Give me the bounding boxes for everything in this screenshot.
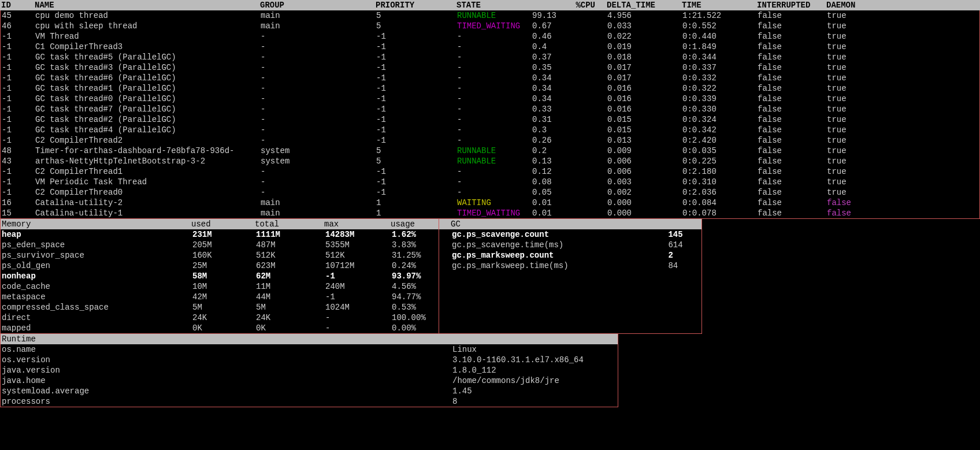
runtime-row: processors8 xyxy=(1,396,618,407)
memory-row: code_cache10M11M240M4.56% xyxy=(1,281,439,292)
cell-id: 15 xyxy=(1,208,35,218)
memory-row: metaspace42M44M-194.77% xyxy=(1,292,439,302)
cell-group: - xyxy=(261,42,376,52)
memory-used: 10M xyxy=(192,281,256,292)
cell-group: - xyxy=(261,187,376,198)
cell-id: -1 xyxy=(1,31,35,42)
cell-time: 0:0.322 xyxy=(682,83,758,94)
cell-time: 0:0.337 xyxy=(682,62,758,73)
cell-group: - xyxy=(261,166,376,177)
memory-usage: 0.00% xyxy=(392,323,438,333)
cell-daemon: true xyxy=(827,156,885,166)
gc-panel: GC gc.ps_scavenge.count145gc.ps_scavenge… xyxy=(439,219,702,334)
cell-name: Timer-for-arthas-dashboard-7e8bfa78-936d… xyxy=(35,146,261,156)
cell-name: GC task thread#4 (ParallelGC) xyxy=(35,125,261,135)
cell-cpu: 0.26 xyxy=(532,135,607,146)
cell-id: -1 xyxy=(1,135,35,146)
thread-row: 45cpu demo threadmain5RUNNABLE99.134.956… xyxy=(1,10,979,21)
memory-usage: 4.56% xyxy=(392,281,438,292)
memory-row: mapped0K0K-0.00% xyxy=(1,323,439,333)
memory-gc-area: Memory used total max usage heap231M1111… xyxy=(0,219,980,334)
cell-name: GC task thread#3 (ParallelGC) xyxy=(35,62,261,73)
cell-priority: 5 xyxy=(376,21,457,31)
memory-max: 14283M xyxy=(325,229,392,240)
cell-group: - xyxy=(261,62,376,73)
header-group: GROUP xyxy=(260,0,376,10)
memory-max: 5355M xyxy=(325,240,392,250)
cell-state: - xyxy=(457,83,532,94)
cell-state: WAITING xyxy=(457,198,532,208)
cell-name: C2 CompilerThread0 xyxy=(35,187,261,198)
runtime-value: 1.8.0_112 xyxy=(452,365,618,375)
cell-name: GC task thread#2 (ParallelGC) xyxy=(35,114,261,125)
cell-daemon: true xyxy=(827,166,885,177)
cell-interrupted: false xyxy=(758,187,827,198)
cell-delta: 0.019 xyxy=(607,42,682,52)
memory-used: 25M xyxy=(192,261,256,271)
runtime-value: 8 xyxy=(452,396,618,407)
cell-time: 0:0.332 xyxy=(682,73,758,83)
cell-interrupted: false xyxy=(758,62,827,73)
memory-total: 1111M xyxy=(256,229,325,240)
cell-group: main xyxy=(261,198,376,208)
cell-group: main xyxy=(261,10,376,21)
runtime-title: Runtime xyxy=(2,334,36,344)
cell-id: 48 xyxy=(1,146,35,156)
cell-daemon: true xyxy=(827,31,885,42)
cell-name: cpu with sleep thread xyxy=(35,21,261,31)
cell-time: 0:0.344 xyxy=(682,52,758,62)
cell-group: - xyxy=(261,177,376,187)
header-name: NAME xyxy=(35,0,260,10)
cell-state: - xyxy=(457,104,532,114)
cell-daemon: true xyxy=(827,21,885,31)
cell-state: RUNNABLE xyxy=(457,156,532,166)
cell-group: system xyxy=(261,146,376,156)
memory-total: 0K xyxy=(256,323,325,333)
cell-time: 0:0.225 xyxy=(682,156,758,166)
cell-priority: -1 xyxy=(376,166,457,177)
cell-name: cpu demo thread xyxy=(35,10,261,21)
cell-id: -1 xyxy=(1,52,35,62)
cell-state: - xyxy=(457,42,532,52)
cell-name: C2 CompilerThread2 xyxy=(35,135,261,146)
cell-name: GC task thread#0 (ParallelGC) xyxy=(35,94,261,104)
cell-id: -1 xyxy=(1,114,35,125)
cell-priority: 1 xyxy=(376,198,457,208)
runtime-row: java.home/home/commons/jdk8/jre xyxy=(1,375,618,386)
thread-row: -1C2 CompilerThread2--1-0.260.0130:2.420… xyxy=(1,135,979,146)
memory-max: -1 xyxy=(325,271,392,281)
cell-delta: 0.000 xyxy=(607,208,682,218)
cell-cpu: 0.46 xyxy=(532,31,607,42)
memory-name: direct xyxy=(2,313,192,323)
thread-row: -1GC task thread#3 (ParallelGC)--1-0.350… xyxy=(1,62,979,73)
cell-interrupted: false xyxy=(758,21,827,31)
cell-state: - xyxy=(457,125,532,135)
cell-id: 45 xyxy=(1,10,35,21)
cell-id: -1 xyxy=(1,104,35,114)
runtime-value: 3.10.0-1160.31.1.el7.x86_64 xyxy=(452,355,618,365)
cell-delta: 0.017 xyxy=(607,62,682,73)
cell-daemon: true xyxy=(827,52,885,62)
thread-row: -1VM Periodic Task Thread--1-0.080.0030:… xyxy=(1,177,979,187)
cell-id: 43 xyxy=(1,156,35,166)
cell-cpu: 0.34 xyxy=(532,94,607,104)
cell-state: - xyxy=(457,94,532,104)
cell-id: -1 xyxy=(1,42,35,52)
memory-header: Memory used total max usage xyxy=(1,219,439,229)
cell-id: -1 xyxy=(1,166,35,177)
memory-row: heap231M1111M14283M1.62% xyxy=(1,229,439,240)
runtime-panel: Runtime os.nameLinuxos.version3.10.0-116… xyxy=(0,334,618,407)
cell-state: - xyxy=(457,187,532,198)
memory-name: ps_survivor_space xyxy=(2,250,192,261)
header-id: ID xyxy=(0,0,35,10)
cell-time: 0:0.084 xyxy=(682,198,758,208)
memory-usage: 1.62% xyxy=(392,229,438,240)
cell-delta: 4.956 xyxy=(607,10,682,21)
cell-state: RUNNABLE xyxy=(457,10,532,21)
thread-row: -1GC task thread#1 (ParallelGC)--1-0.340… xyxy=(1,83,979,94)
cell-cpu: 0.37 xyxy=(532,52,607,62)
memory-used: 24K xyxy=(192,313,256,323)
cell-priority: 1 xyxy=(376,208,457,218)
thread-row: -1GC task thread#0 (ParallelGC)--1-0.340… xyxy=(1,94,979,104)
memory-title: Memory xyxy=(1,219,191,229)
